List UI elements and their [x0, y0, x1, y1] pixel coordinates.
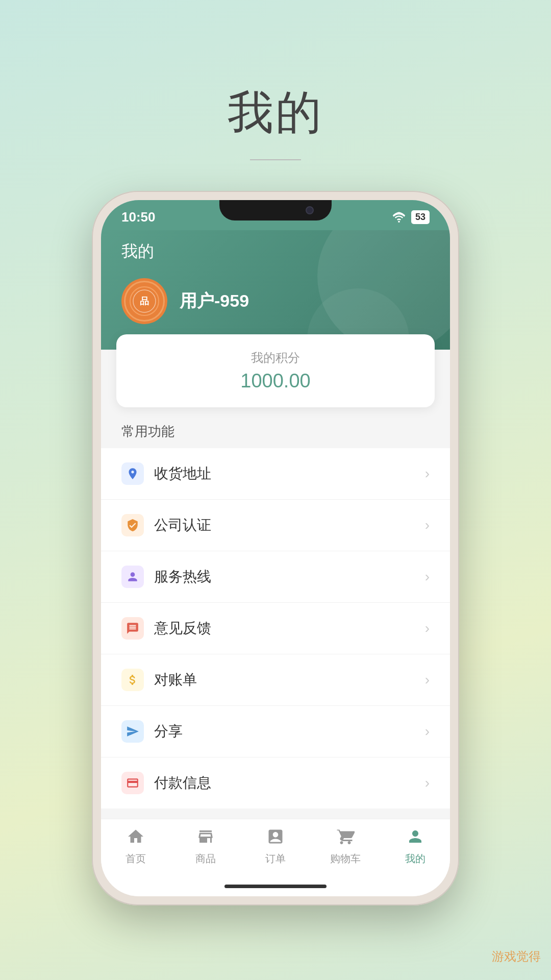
menu-text-address: 收货地址 — [154, 464, 425, 483]
menu-item-bill[interactable]: 对账单 › — [101, 654, 450, 706]
cart-tab-icon — [336, 827, 355, 849]
menu-item-share[interactable]: 分享 › — [101, 706, 450, 757]
home-indicator — [101, 876, 450, 896]
content-area: 常用功能 收货地址 › 公司认证 › — [101, 407, 450, 819]
tab-bar: 首页 商品 订单 购物车 — [101, 819, 450, 876]
feedback-icon — [121, 617, 144, 640]
chevron-icon: › — [425, 569, 430, 585]
location-icon — [121, 462, 144, 485]
bill-icon — [121, 669, 144, 691]
products-tab-icon — [196, 827, 215, 849]
section-header: 常用功能 — [101, 407, 450, 448]
header-title: 我的 — [121, 240, 430, 263]
menu-text-share: 分享 — [154, 722, 425, 741]
title-divider — [250, 159, 301, 160]
home-tab-icon — [127, 827, 145, 849]
svg-text:品: 品 — [140, 296, 149, 306]
chevron-icon: › — [425, 620, 430, 636]
status-time: 10:50 — [121, 209, 156, 225]
phone-notch — [219, 200, 332, 220]
mine-tab-label: 我的 — [405, 852, 425, 866]
menu-text-bill: 对账单 — [154, 670, 425, 690]
avatar[interactable]: 品 — [121, 278, 167, 324]
company-icon — [121, 514, 144, 536]
score-label: 我的积分 — [137, 350, 414, 366]
username: 用户-959 — [180, 289, 249, 313]
battery-indicator: 53 — [411, 210, 430, 224]
menu-item-address[interactable]: 收货地址 › — [101, 448, 450, 500]
menu-text-feedback: 意见反馈 — [154, 619, 425, 638]
tab-orders[interactable]: 订单 — [241, 827, 311, 866]
watermark: 游戏觉得 — [492, 948, 541, 965]
chevron-icon: › — [425, 672, 430, 688]
products-tab-label: 商品 — [195, 852, 216, 866]
tab-home[interactable]: 首页 — [101, 827, 171, 866]
avatar-inner: 品 — [124, 281, 165, 322]
menu-item-payment[interactable]: 付款信息 › — [101, 757, 450, 808]
score-card: 我的积分 1000.00 — [116, 334, 435, 407]
menu-text-service: 服务热线 — [154, 567, 425, 586]
app-header: 我的 品 用户-959 — [101, 230, 450, 350]
menu-item-feedback[interactable]: 意见反馈 › — [101, 603, 450, 654]
svg-point-0 — [398, 220, 400, 223]
menu-item-company[interactable]: 公司认证 › — [101, 500, 450, 551]
payment-icon — [121, 772, 144, 794]
wifi-icon — [392, 210, 406, 225]
page-title: 我的 — [228, 82, 323, 144]
tab-products[interactable]: 商品 — [171, 827, 241, 866]
avatar-logo-icon: 品 — [129, 286, 160, 316]
phone-screen: 10:50 53 我的 — [101, 200, 450, 896]
cart-tab-label: 购物车 — [330, 852, 361, 866]
orders-tab-icon — [266, 827, 285, 849]
user-row[interactable]: 品 用户-959 — [121, 278, 430, 324]
mine-tab-icon — [406, 827, 424, 849]
orders-tab-label: 订单 — [265, 852, 286, 866]
score-value: 1000.00 — [137, 370, 414, 392]
menu-list: 收货地址 › 公司认证 › 服务热线 › — [101, 448, 450, 808]
camera-dot — [306, 206, 314, 214]
chevron-icon: › — [425, 723, 430, 740]
tab-mine[interactable]: 我的 — [380, 827, 450, 866]
status-icons: 53 — [392, 210, 430, 225]
home-bar — [224, 885, 327, 888]
chevron-icon: › — [425, 517, 430, 533]
share-icon — [121, 720, 144, 743]
menu-text-payment: 付款信息 — [154, 773, 425, 793]
menu-text-company: 公司认证 — [154, 516, 425, 535]
menu-item-service[interactable]: 服务热线 › — [101, 551, 450, 603]
home-tab-label: 首页 — [126, 852, 146, 866]
phone-frame: 10:50 53 我的 — [92, 191, 459, 905]
chevron-icon: › — [425, 465, 430, 482]
tab-cart[interactable]: 购物车 — [310, 827, 380, 866]
chevron-icon: › — [425, 775, 430, 791]
service-icon — [121, 566, 144, 588]
